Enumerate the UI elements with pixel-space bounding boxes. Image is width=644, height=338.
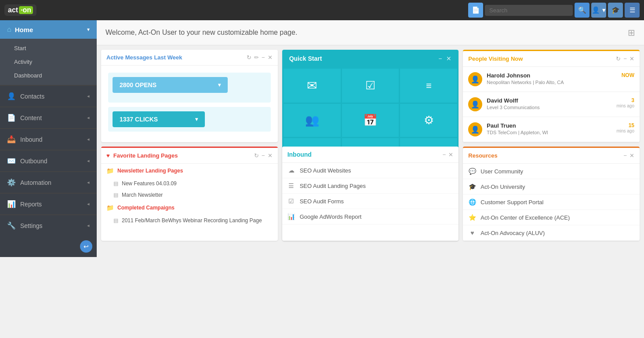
grad-icon-button[interactable]: 🎓 (608, 3, 623, 18)
clicks-label: 1337 CLICKS (120, 116, 158, 123)
fav-section-newsletter: 📁 Newsletter Landing Pages (101, 164, 278, 178)
sidebar-sub-item-start[interactable]: Start (0, 41, 97, 55)
fav-item-webinar[interactable]: ▤ 2011 Feb/March BeWhys Webinar Recordin… (101, 215, 278, 226)
resource-item-ace[interactable]: ⭐ Act-On Center of Excellence (ACE) (463, 210, 640, 225)
sidebar: ⌂ Home ▾ Start Activity Dashboard 👤 Cont… (0, 20, 97, 257)
close-inbound-icon[interactable]: ✕ (448, 151, 453, 158)
sidebar-wrapper: ⌂ Home ▾ Start Activity Dashboard 👤 Cont… (0, 20, 97, 338)
resource-university-label: Act-On University (480, 184, 525, 190)
inbound-item-adwords[interactable]: 📊 Google AdWords Report (282, 209, 459, 224)
david-time-container: 3 mins ago (616, 97, 634, 108)
resource-item-aluv[interactable]: ♥ Act-On Advocacy (ALUV) (463, 225, 640, 241)
close-resources-icon[interactable]: ✕ (629, 152, 634, 159)
sidebar-item-content[interactable]: 📄 Content ◂ (0, 107, 97, 128)
qs-calendar[interactable]: 📅 (342, 104, 399, 137)
check-inbound-icon: ☑ (287, 198, 295, 205)
sidebar-nav-outbound[interactable]: ✉️ Outbound ◂ (0, 150, 97, 171)
sidebar-nav-inbound[interactable]: 📥 Inbound ◂ (0, 128, 97, 150)
inbound-item-seo-landing[interactable]: ☰ SEO Audit Landing Pages (282, 178, 459, 194)
minimize-icon[interactable]: − (262, 54, 265, 61)
contacts-qs-icon: 👥 (305, 114, 319, 127)
resource-item-university[interactable]: 🎓 Act-On University (463, 179, 640, 195)
fav-landing-title: Favorite Landing Pages (113, 152, 251, 159)
refresh-people-icon[interactable]: ↻ (616, 55, 621, 62)
inbound-adwords-label: Google AdWords Report (300, 213, 362, 220)
qs-email[interactable]: ✉ (284, 69, 341, 103)
inbound-seo-websites-label: SEO Audit Websites (300, 167, 351, 174)
search-button[interactable]: 🔍 (575, 3, 589, 18)
resources-header: Resources − ✕ (463, 148, 640, 164)
outbound-arrow-icon: ◂ (87, 158, 90, 164)
logo[interactable]: act ·on (4, 4, 36, 16)
qs-contacts[interactable]: 👥 (284, 104, 341, 137)
fav-item-march-newsletter[interactable]: ▤ March Newsletter (101, 189, 278, 201)
resource-aluv-label: Act-On Advocacy (ALUV) (480, 230, 545, 236)
people-visiting-controls: ↻ − ✕ (616, 55, 634, 62)
sidebar-item-settings[interactable]: 🔧 Settings ◂ (0, 215, 97, 236)
minimize-people-icon[interactable]: − (623, 55, 627, 62)
sidebar-sub-item-dashboard[interactable]: Dashboard (0, 69, 97, 82)
inbound-arrow-icon: ◂ (87, 136, 90, 142)
fav-item-new-features-label: New Features 04.03.09 (122, 180, 177, 187)
inbound-item-seo-websites[interactable]: ☁ SEO Audit Websites (282, 163, 459, 178)
paul-time-container: 15 mins ago (616, 122, 634, 133)
person-item-david: 👤 David Wolff Level 3 Communications 3 m… (463, 92, 640, 117)
close-people-icon[interactable]: ✕ (629, 55, 634, 62)
sidebar-nav-settings[interactable]: 🔧 Settings ◂ (0, 214, 97, 236)
settings-qs-icon: ⚙ (424, 114, 434, 127)
inbound-label: Inbound (20, 136, 83, 143)
sidebar-item-reports[interactable]: 📊 Reports ◂ (0, 193, 97, 214)
settings-label: Settings (20, 222, 83, 229)
inbound-title: Inbound (287, 151, 439, 158)
sidebar-item-outbound[interactable]: ✉️ Outbound ◂ (0, 150, 97, 171)
sidebar-item-inbound[interactable]: 📥 Inbound ◂ (0, 129, 97, 150)
clicks-bar[interactable]: 1337 CLICKS ▾ (113, 111, 205, 127)
david-time-label: mins ago (616, 103, 634, 108)
user-menu-button[interactable]: 👤 ▾ (591, 3, 606, 18)
sidebar-home-left: ⌂ Home (7, 26, 33, 33)
sidebar-nav-automation[interactable]: ⚙️ Automation ◂ (0, 171, 97, 193)
qs-list[interactable]: ≡ (400, 69, 457, 103)
content-arrow-icon: ◂ (87, 115, 90, 121)
edit-icon[interactable]: ✏ (254, 54, 259, 61)
sidebar-sub-item-activity[interactable]: Activity (0, 55, 97, 69)
refresh-icon[interactable]: ↻ (247, 54, 251, 61)
sidebar-nav-content[interactable]: 📄 Content ◂ (0, 107, 97, 128)
doc-item2-icon: ▤ (113, 192, 118, 198)
doc-icon-button[interactable]: 📄 (468, 3, 483, 18)
fav-landing-widget: ♥ Favorite Landing Pages ↻ − ✕ 📁 Newslet… (101, 147, 278, 241)
sidebar-nav-reports[interactable]: 📊 Reports ◂ (0, 193, 97, 214)
close-icon[interactable]: ✕ (268, 54, 273, 61)
sidebar-item-automation[interactable]: ⚙️ Automation ◂ (0, 172, 97, 193)
inbound-widget: Inbound − ✕ ☁ SEO Audit Websites ☰ SEO A… (282, 147, 459, 241)
qs-checklist[interactable]: ☑ (342, 69, 399, 103)
close-qs-icon[interactable]: ✕ (446, 55, 451, 62)
active-messages-header: Active Messages Last Week ↻ ✏ − ✕ (101, 50, 278, 66)
minimize-fav-icon[interactable]: − (262, 152, 265, 159)
fav-item-new-features[interactable]: ▤ New Features 04.03.09 (101, 178, 278, 189)
fav-landing-controls: ↻ − ✕ (254, 152, 273, 159)
resource-item-support[interactable]: 🌐 Customer Support Portal (463, 195, 640, 210)
quick-start-title: Quick Start (289, 55, 322, 62)
active-messages-controls: ↻ ✏ − ✕ (247, 54, 273, 61)
minimize-resources-icon[interactable]: − (623, 152, 627, 159)
doc-item3-icon: ▤ (113, 217, 118, 224)
paul-detail: TDS TeleCom | Appleton, WI (487, 130, 612, 135)
grid-icon[interactable]: ⊞ (628, 27, 635, 38)
close-fav-icon[interactable]: ✕ (268, 152, 273, 159)
resource-item-community[interactable]: 💬 User Community (463, 164, 640, 179)
sidebar-item-contacts[interactable]: 👤 Contacts ◂ (0, 85, 97, 107)
inbound-item-seo-forms[interactable]: ☑ SEO Audit Forms (282, 194, 459, 209)
fav-item-march-newsletter-label: March Newsletter (122, 192, 163, 198)
sidebar-nav-contacts[interactable]: 👤 Contacts ◂ (0, 85, 97, 107)
hamburger-menu-button[interactable]: ☰ (625, 3, 640, 18)
david-name: David Wolff (487, 97, 612, 104)
minimize-qs-icon[interactable]: − (438, 55, 442, 62)
sidebar-home[interactable]: ⌂ Home ▾ (0, 20, 97, 39)
search-input[interactable] (485, 5, 573, 16)
opens-bar[interactable]: 2800 OPENS ▾ (113, 77, 228, 93)
minimize-inbound-icon[interactable]: − (443, 151, 446, 158)
refresh-fav-icon[interactable]: ↻ (254, 152, 259, 159)
sidebar-toggle-button[interactable]: ↩ (80, 240, 92, 253)
qs-settings[interactable]: ⚙ (400, 104, 457, 137)
